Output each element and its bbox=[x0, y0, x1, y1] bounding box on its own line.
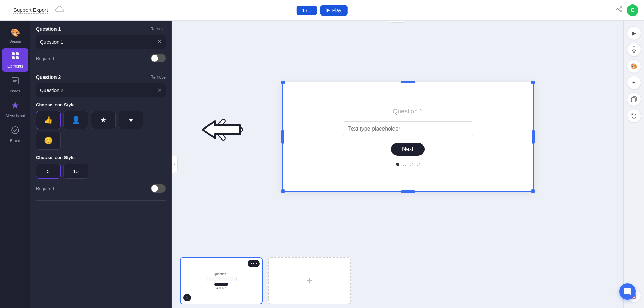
svg-rect-17 bbox=[631, 98, 635, 102]
icon-style1-buttons: 👍 👤 ★ ♥ 😊 bbox=[36, 111, 166, 150]
slide-next-button[interactable]: Next bbox=[391, 143, 425, 156]
slide-dot-4[interactable] bbox=[417, 163, 420, 166]
properties-panel: Question 1 Remove ✕ Required Question 2 … bbox=[30, 21, 172, 308]
toolbar-copy-btn[interactable] bbox=[627, 92, 641, 106]
chat-button[interactable] bbox=[619, 283, 636, 300]
resize-handle-top[interactable] bbox=[401, 81, 415, 83]
slide-thumb-options-btn[interactable]: • • • bbox=[248, 260, 260, 267]
thumb-question: Question 1 bbox=[206, 272, 237, 276]
bottom-strip: ⌄ • • • Question 1 1 bbox=[172, 253, 623, 308]
svg-point-1 bbox=[620, 11, 622, 12]
resize-handle-right[interactable] bbox=[532, 130, 535, 144]
svg-point-0 bbox=[620, 7, 622, 8]
resize-corner-tl[interactable] bbox=[281, 81, 285, 84]
svg-line-4 bbox=[618, 10, 620, 11]
question2-clear-icon[interactable]: ✕ bbox=[157, 87, 162, 93]
design-icon: 🎨 bbox=[11, 28, 20, 37]
question1-input-row: ✕ bbox=[36, 35, 166, 49]
svg-rect-5 bbox=[12, 52, 15, 55]
sidebar-item-label-ai: AI Assistant bbox=[5, 114, 25, 118]
thumb-dot-4 bbox=[225, 287, 226, 289]
divider2 bbox=[36, 200, 166, 201]
play-triangle-icon bbox=[327, 8, 330, 12]
icon-btn-thumbsup[interactable]: 👍 bbox=[36, 111, 61, 129]
icon-style1-section: Choose Icon Style 👍 👤 ★ ♥ 😊 bbox=[36, 102, 166, 150]
share-icon[interactable] bbox=[616, 6, 623, 14]
project-title[interactable]: Support Export bbox=[13, 7, 48, 14]
svg-point-2 bbox=[617, 9, 618, 10]
toolbar-palette-btn[interactable]: 🎨 bbox=[627, 59, 641, 73]
question1-section: Question 1 Remove ✕ Required bbox=[36, 26, 166, 64]
svg-rect-9 bbox=[12, 77, 18, 84]
sidebar-item-label-design: Design bbox=[9, 39, 21, 43]
toolbar-play-btn[interactable]: ▶ bbox=[627, 26, 641, 40]
sidebar-item-notes[interactable]: Notes bbox=[2, 73, 28, 96]
sidebar-item-elements[interactable]: Elements bbox=[2, 48, 28, 72]
svg-rect-6 bbox=[16, 52, 19, 55]
question1-input[interactable] bbox=[40, 39, 157, 45]
right-toolbar: ▶ 🎨 + bbox=[623, 21, 644, 308]
question2-required-label: Required bbox=[36, 186, 54, 191]
slide-frame: Question 1 Next bbox=[282, 82, 534, 192]
question1-clear-icon[interactable]: ✕ bbox=[157, 39, 162, 45]
slide-dot-1[interactable] bbox=[396, 163, 399, 166]
sidebar-item-design[interactable]: 🎨 Design bbox=[2, 25, 28, 47]
divider1 bbox=[36, 70, 166, 70]
collapse-panel-handle[interactable]: ‹ bbox=[172, 156, 178, 173]
question2-required-row: Required bbox=[36, 182, 166, 195]
question2-input-row: ✕ bbox=[36, 83, 166, 97]
question2-required-toggle[interactable] bbox=[151, 184, 166, 193]
number-btns: 5 10 bbox=[36, 164, 166, 179]
slide-thumb-num: 1 bbox=[183, 294, 191, 301]
cloud-save-icon bbox=[55, 6, 64, 14]
icon-btn-star[interactable]: ★ bbox=[91, 111, 116, 129]
main-layout: 🎨 Design Elements bbox=[0, 21, 644, 308]
home-icon[interactable]: ⌂ bbox=[6, 7, 9, 14]
svg-rect-14 bbox=[633, 47, 635, 50]
canvas-area: ‹ Que bbox=[172, 21, 623, 308]
slide-dots bbox=[396, 163, 420, 166]
number-btn-5[interactable]: 5 bbox=[36, 164, 61, 179]
topbar-right: C bbox=[616, 4, 638, 16]
play-label: Play bbox=[332, 8, 341, 13]
resize-corner-tr[interactable] bbox=[531, 81, 535, 84]
add-slide-button[interactable]: + bbox=[268, 257, 351, 304]
brand-icon bbox=[11, 126, 19, 136]
user-avatar[interactable]: C bbox=[627, 4, 638, 16]
number-btn-10[interactable]: 10 bbox=[63, 164, 88, 179]
slide-dot-3[interactable] bbox=[410, 163, 413, 166]
resize-handle-bottom[interactable] bbox=[401, 190, 415, 193]
notes-icon bbox=[11, 76, 19, 87]
toolbar-undo-btn[interactable] bbox=[627, 109, 641, 123]
resize-corner-br[interactable] bbox=[531, 189, 535, 193]
toolbar-add-btn[interactable]: + bbox=[627, 76, 641, 90]
icon-style2-section: Choose Icon Style 5 10 Required bbox=[36, 155, 166, 195]
resize-corner-bl[interactable] bbox=[281, 189, 285, 193]
thumb-dot-1 bbox=[216, 287, 218, 289]
svg-rect-8 bbox=[16, 56, 19, 59]
icon-style1-title: Choose Icon Style bbox=[36, 102, 166, 107]
resize-handle-left[interactable] bbox=[281, 130, 284, 144]
question1-header: Question 1 Remove bbox=[36, 26, 166, 32]
sidebar-item-brand[interactable]: Brand bbox=[2, 123, 28, 146]
slide-dot-2[interactable] bbox=[403, 163, 406, 166]
question2-input[interactable] bbox=[40, 88, 157, 93]
sidebar-icons: 🎨 Design Elements bbox=[0, 21, 30, 308]
topbar-center: 1 / 1 Play bbox=[296, 5, 347, 16]
question2-remove[interactable]: Remove bbox=[150, 75, 166, 80]
question1-required-label: Required bbox=[36, 56, 54, 61]
question1-required-row: Required bbox=[36, 52, 166, 64]
slide-thumb-1[interactable]: • • • Question 1 1 bbox=[180, 257, 263, 304]
icon-btn-heart[interactable]: ♥ bbox=[119, 111, 143, 129]
thumb-dot-3 bbox=[222, 287, 224, 289]
toolbar-mic-btn[interactable] bbox=[627, 43, 641, 57]
page-indicator: 1 / 1 bbox=[296, 6, 317, 15]
question1-remove[interactable]: Remove bbox=[150, 27, 166, 31]
question1-required-toggle[interactable] bbox=[151, 54, 166, 62]
slide-text-input[interactable] bbox=[343, 121, 473, 136]
thumb-next-btn bbox=[214, 283, 228, 286]
icon-btn-smile[interactable]: 😊 bbox=[36, 132, 61, 150]
play-button[interactable]: Play bbox=[320, 5, 348, 16]
icon-btn-person[interactable]: 👤 bbox=[63, 111, 88, 129]
sidebar-item-ai[interactable]: AI Assistant bbox=[2, 98, 28, 121]
